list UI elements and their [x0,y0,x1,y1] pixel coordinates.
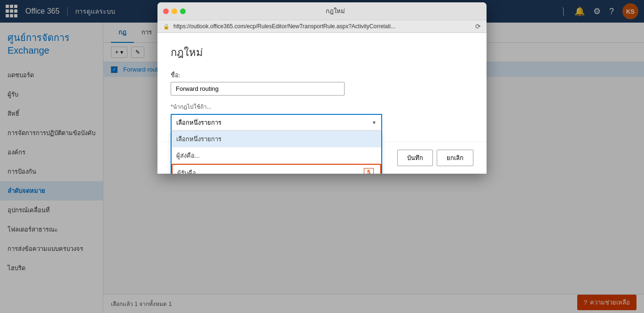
dropdown-container: เลือกหนึ่งรายการ ▼ เลือกหนึ่งรายการ ผู้ส… [171,114,382,130]
close-traffic-light[interactable] [163,8,169,14]
dropdown-option-sender[interactable]: ผู้ส่งคือ... [172,147,381,164]
minimize-traffic-light[interactable] [172,8,177,14]
dropdown-option-default[interactable]: เลือกหนึ่งรายการ [172,131,381,147]
browser-title: กฎใหม่ [189,6,481,16]
maximize-traffic-light[interactable] [180,8,186,14]
browser-window: กฎใหม่ 🔒 https://outlook.office365.com/e… [157,2,487,174]
name-input[interactable] [171,82,345,96]
dialog-title: กฎใหม่ [171,44,473,61]
traffic-lights [163,8,186,14]
dropdown-option-recipient[interactable]: ผู้รับคือ... 5 [172,164,381,174]
dropdown-trigger[interactable]: เลือกหนึ่งรายการ ▼ [171,114,382,130]
refresh-icon[interactable]: ⟳ [475,23,481,30]
condition-label: *นำกฎไปใช้ถ้า... [171,102,473,111]
modal-overlay: กฎใหม่ 🔒 https://outlook.office365.com/e… [0,0,644,313]
name-label: ชื่อ: [171,70,473,80]
save-button[interactable]: บันทึก [397,150,433,166]
url-text[interactable]: https://outlook.office365.com/ecp/RulesE… [173,23,471,30]
option-number: 5 [364,168,374,174]
dialog-body: กฎใหม่ ชื่อ: *นำกฎไปใช้ถ้า... เลือกหนึ่ง… [157,33,487,142]
browser-addressbar: 🔒 https://outlook.office365.com/ecp/Rule… [157,20,487,33]
lock-icon: 🔒 [163,24,170,30]
dropdown-selected-text: เลือกหนึ่งรายการ [176,118,221,128]
chevron-down-icon: ▼ [372,120,377,125]
dropdown-list: เลือกหนึ่งรายการ ผู้ส่งคือ... ผู้รับคือ.… [171,130,382,174]
browser-titlebar: กฎใหม่ [157,2,487,20]
cancel-button[interactable]: ยกเลิก [437,150,473,166]
